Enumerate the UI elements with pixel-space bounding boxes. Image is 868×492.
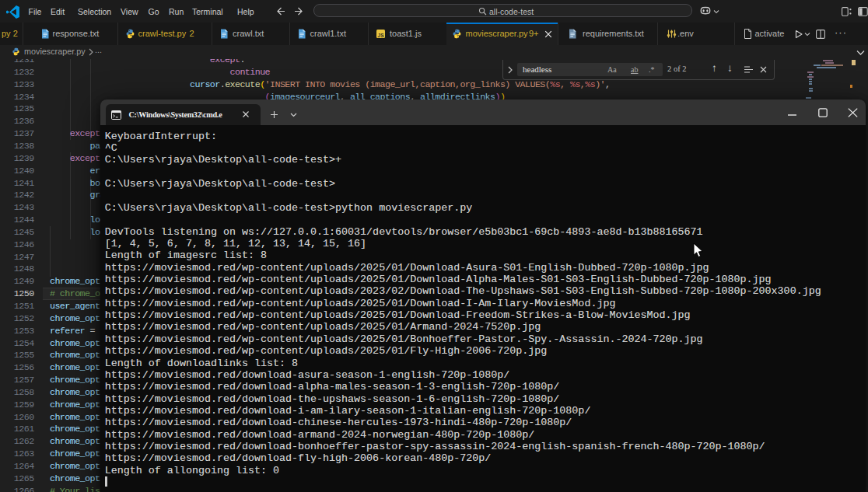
svg-text:JS: JS xyxy=(377,33,384,38)
